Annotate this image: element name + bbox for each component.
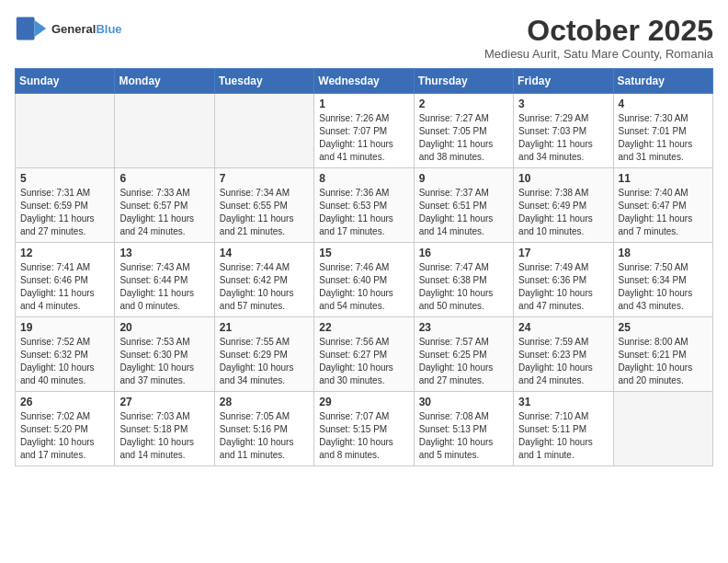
calendar-cell: 15Sunrise: 7:46 AM Sunset: 6:40 PM Dayli… <box>314 243 414 317</box>
day-info: Sunrise: 7:50 AM Sunset: 6:34 PM Dayligh… <box>619 261 708 313</box>
day-info: Sunrise: 7:47 AM Sunset: 6:38 PM Dayligh… <box>419 261 508 313</box>
day-number: 23 <box>419 321 508 334</box>
calendar-cell: 3Sunrise: 7:29 AM Sunset: 7:03 PM Daylig… <box>514 94 613 168</box>
calendar-cell: 5Sunrise: 7:31 AM Sunset: 6:59 PM Daylig… <box>16 168 115 243</box>
day-info: Sunrise: 7:27 AM Sunset: 7:05 PM Dayligh… <box>419 112 508 164</box>
calendar-cell: 9Sunrise: 7:37 AM Sunset: 6:51 PM Daylig… <box>414 168 513 243</box>
calendar-cell: 22Sunrise: 7:56 AM Sunset: 6:27 PM Dayli… <box>314 317 414 392</box>
column-header-sunday: Sunday <box>16 69 115 94</box>
day-info: Sunrise: 7:38 AM Sunset: 6:49 PM Dayligh… <box>518 187 608 238</box>
location-subtitle: Mediesu Aurit, Satu Mare County, Romania <box>484 47 713 61</box>
day-number: 21 <box>220 321 309 334</box>
day-info: Sunrise: 7:37 AM Sunset: 6:51 PM Dayligh… <box>419 187 508 238</box>
day-info: Sunrise: 7:33 AM Sunset: 6:57 PM Dayligh… <box>119 187 209 238</box>
logo-general: GeneralBlue <box>51 20 122 37</box>
calendar-cell: 23Sunrise: 7:57 AM Sunset: 6:25 PM Dayli… <box>414 317 513 392</box>
calendar-cell <box>214 94 313 168</box>
day-info: Sunrise: 7:03 AM Sunset: 5:18 PM Dayligh… <box>119 410 209 462</box>
day-number: 7 <box>220 172 309 185</box>
day-number: 13 <box>119 247 209 259</box>
day-number: 9 <box>419 172 508 185</box>
calendar-cell: 20Sunrise: 7:53 AM Sunset: 6:30 PM Dayli… <box>115 317 214 392</box>
day-info: Sunrise: 7:40 AM Sunset: 6:47 PM Dayligh… <box>619 187 708 238</box>
calendar-cell: 8Sunrise: 7:36 AM Sunset: 6:53 PM Daylig… <box>314 168 414 243</box>
day-info: Sunrise: 7:08 AM Sunset: 5:13 PM Dayligh… <box>419 410 508 462</box>
calendar-cell: 31Sunrise: 7:10 AM Sunset: 5:11 PM Dayli… <box>514 392 613 466</box>
day-number: 26 <box>20 396 109 408</box>
day-info: Sunrise: 7:30 AM Sunset: 7:01 PM Dayligh… <box>619 112 708 164</box>
calendar-cell: 28Sunrise: 7:05 AM Sunset: 5:16 PM Dayli… <box>214 392 313 466</box>
calendar-cell <box>16 94 115 168</box>
logo-text: GeneralBlue <box>51 20 122 37</box>
calendar-cell: 4Sunrise: 7:30 AM Sunset: 7:01 PM Daylig… <box>613 94 712 168</box>
calendar-table: SundayMondayTuesdayWednesdayThursdayFrid… <box>15 68 713 466</box>
day-number: 19 <box>20 321 109 334</box>
calendar-cell: 25Sunrise: 8:00 AM Sunset: 6:21 PM Dayli… <box>613 317 712 392</box>
day-info: Sunrise: 7:59 AM Sunset: 6:23 PM Dayligh… <box>518 336 608 387</box>
calendar-cell: 24Sunrise: 7:59 AM Sunset: 6:23 PM Dayli… <box>514 317 613 392</box>
day-number: 8 <box>319 172 408 185</box>
day-info: Sunrise: 7:46 AM Sunset: 6:40 PM Dayligh… <box>319 261 408 313</box>
day-number: 27 <box>119 396 209 408</box>
day-info: Sunrise: 8:00 AM Sunset: 6:21 PM Dayligh… <box>619 336 708 387</box>
day-number: 22 <box>319 321 408 334</box>
day-number: 4 <box>619 98 708 110</box>
day-number: 24 <box>518 321 608 334</box>
day-number: 14 <box>220 247 309 259</box>
day-number: 30 <box>419 396 508 408</box>
calendar-week-5: 26Sunrise: 7:02 AM Sunset: 5:20 PM Dayli… <box>16 392 713 466</box>
calendar-cell: 21Sunrise: 7:55 AM Sunset: 6:29 PM Dayli… <box>214 317 313 392</box>
day-info: Sunrise: 7:07 AM Sunset: 5:15 PM Dayligh… <box>319 410 408 462</box>
calendar-cell: 18Sunrise: 7:50 AM Sunset: 6:34 PM Dayli… <box>613 243 712 317</box>
calendar-cell: 14Sunrise: 7:44 AM Sunset: 6:42 PM Dayli… <box>214 243 313 317</box>
day-number: 1 <box>319 98 408 110</box>
day-info: Sunrise: 7:43 AM Sunset: 6:44 PM Dayligh… <box>119 261 209 313</box>
day-number: 16 <box>419 247 508 259</box>
svg-rect-1 <box>17 17 35 40</box>
calendar-cell: 12Sunrise: 7:41 AM Sunset: 6:46 PM Dayli… <box>16 243 115 317</box>
day-number: 20 <box>119 321 209 334</box>
day-number: 17 <box>518 247 608 259</box>
day-number: 2 <box>419 98 508 110</box>
calendar-cell: 17Sunrise: 7:49 AM Sunset: 6:36 PM Dayli… <box>514 243 613 317</box>
calendar-cell: 26Sunrise: 7:02 AM Sunset: 5:20 PM Dayli… <box>16 392 115 466</box>
day-number: 3 <box>518 98 608 110</box>
calendar-cell <box>115 94 214 168</box>
day-number: 11 <box>619 172 708 185</box>
day-number: 15 <box>319 247 408 259</box>
logo: GeneralBlue <box>15 15 122 42</box>
day-info: Sunrise: 7:41 AM Sunset: 6:46 PM Dayligh… <box>20 261 109 313</box>
calendar-cell: 19Sunrise: 7:52 AM Sunset: 6:32 PM Dayli… <box>16 317 115 392</box>
day-number: 28 <box>220 396 309 408</box>
calendar-week-2: 5Sunrise: 7:31 AM Sunset: 6:59 PM Daylig… <box>16 168 713 243</box>
title-block: October 2025 Mediesu Aurit, Satu Mare Co… <box>484 15 713 61</box>
day-info: Sunrise: 7:36 AM Sunset: 6:53 PM Dayligh… <box>319 187 408 238</box>
day-number: 29 <box>319 396 408 408</box>
day-number: 12 <box>20 247 109 259</box>
day-info: Sunrise: 7:10 AM Sunset: 5:11 PM Dayligh… <box>518 410 608 462</box>
day-info: Sunrise: 7:02 AM Sunset: 5:20 PM Dayligh… <box>20 410 109 462</box>
calendar-week-3: 12Sunrise: 7:41 AM Sunset: 6:46 PM Dayli… <box>16 243 713 317</box>
day-info: Sunrise: 7:29 AM Sunset: 7:03 PM Dayligh… <box>518 112 608 164</box>
calendar-cell: 27Sunrise: 7:03 AM Sunset: 5:18 PM Dayli… <box>115 392 214 466</box>
column-header-tuesday: Tuesday <box>214 69 313 94</box>
column-header-wednesday: Wednesday <box>314 69 414 94</box>
day-info: Sunrise: 7:57 AM Sunset: 6:25 PM Dayligh… <box>419 336 508 387</box>
calendar-cell: 1Sunrise: 7:26 AM Sunset: 7:07 PM Daylig… <box>314 94 414 168</box>
logo-icon <box>15 15 48 42</box>
day-info: Sunrise: 7:52 AM Sunset: 6:32 PM Dayligh… <box>20 336 109 387</box>
day-info: Sunrise: 7:49 AM Sunset: 6:36 PM Dayligh… <box>518 261 608 313</box>
column-header-friday: Friday <box>514 69 613 94</box>
day-info: Sunrise: 7:26 AM Sunset: 7:07 PM Dayligh… <box>319 112 408 164</box>
calendar-cell: 13Sunrise: 7:43 AM Sunset: 6:44 PM Dayli… <box>115 243 214 317</box>
day-number: 6 <box>119 172 209 185</box>
day-info: Sunrise: 7:34 AM Sunset: 6:55 PM Dayligh… <box>220 187 309 238</box>
calendar-cell: 7Sunrise: 7:34 AM Sunset: 6:55 PM Daylig… <box>214 168 313 243</box>
month-title: October 2025 <box>484 15 713 47</box>
day-number: 10 <box>518 172 608 185</box>
day-info: Sunrise: 7:56 AM Sunset: 6:27 PM Dayligh… <box>319 336 408 387</box>
day-info: Sunrise: 7:53 AM Sunset: 6:30 PM Dayligh… <box>119 336 209 387</box>
calendar-cell: 29Sunrise: 7:07 AM Sunset: 5:15 PM Dayli… <box>314 392 414 466</box>
day-number: 25 <box>619 321 708 334</box>
calendar-week-1: 1Sunrise: 7:26 AM Sunset: 7:07 PM Daylig… <box>16 94 713 168</box>
